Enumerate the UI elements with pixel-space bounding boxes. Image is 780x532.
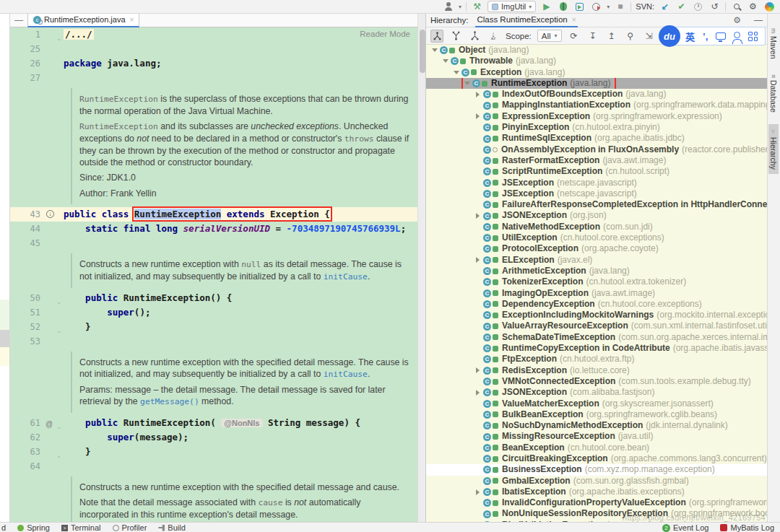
code-line-25[interactable]: 25 <box>10 42 417 56</box>
hierarchy-tab-close-icon[interactable]: × <box>572 16 576 24</box>
svn-update-icon[interactable]: ↙ <box>659 1 671 12</box>
code-line-26[interactable]: 26package java.lang; <box>10 56 417 71</box>
tree-row-pinyinexception[interactable]: CPinyinException(cn.hutool.extra.pinyin) <box>426 122 767 133</box>
tree-expand-icon[interactable] <box>452 71 460 74</box>
profiler-icon[interactable] <box>590 1 602 12</box>
tree-expand-icon[interactable] <box>474 257 482 263</box>
javadoc-link[interactable]: getMessage() <box>140 397 199 406</box>
collapse-all-icon[interactable]: ↥ <box>605 30 618 43</box>
tree-row-jsexception[interactable]: CJSException(netscape.javascript) <box>426 178 767 188</box>
tree-row-tokenizerexception[interactable]: CTokenizerException(cn.hutool.extra.toke… <box>426 276 767 287</box>
tree-row-scriptruntimeexception[interactable]: CScriptRuntimeException(cn.hutool.script… <box>426 166 767 177</box>
tree-row-missingresourceexception[interactable]: CMissingResourceException(java.util) <box>426 431 767 442</box>
tree-row-gmbalexception[interactable]: CGmbalException(com.sun.org.glassfish.gm… <box>426 476 767 487</box>
build-hammer-icon[interactable]: ⚒ <box>471 1 483 12</box>
code-line-63[interactable]: 63⌄ } <box>10 445 417 459</box>
tree-row-valuematcherexception[interactable]: CValueMatcherException(org.skyscreamer.j… <box>426 398 767 409</box>
code-line-51[interactable]: 51 super(); <box>10 305 417 320</box>
tree-row-bulkbeanexception[interactable]: CBulkBeanException(org.springframework.c… <box>426 409 767 420</box>
tree-row-schemadatetimeexception[interactable]: CSchemaDateTimeException(com.sun.org.apa… <box>426 332 767 343</box>
tree-row-protocolexception[interactable]: CProtocolException(org.apache.coyote) <box>426 243 767 254</box>
stripe-maven-button[interactable]: m Maven <box>768 24 779 63</box>
baidu-du-logo[interactable]: du <box>659 25 680 47</box>
code-line-61[interactable]: 61@⌄ public RuntimeException( @NonNls St… <box>10 416 417 430</box>
editor-scrollbar-thumb[interactable] <box>420 30 425 73</box>
tree-row-nativemethodexception[interactable]: CNativeMethodException(com.sun.jdi) <box>426 222 767 232</box>
tree-row-expressionexception[interactable]: CExpressionException(org.springframework… <box>426 111 767 122</box>
code-line-50[interactable]: 50⌄ public RuntimeException() { <box>10 291 417 305</box>
hierarchy-tree[interactable]: CObject(java.lang)CThrowable(java.lang)C… <box>426 45 767 522</box>
reader-mode-label[interactable]: Reader Mode <box>360 30 410 38</box>
code-line-43[interactable]: 43↓public class RuntimeException extends… <box>10 207 417 222</box>
tree-row-exceptionincludingmockitowarnings[interactable]: CExceptionIncludingMockitoWarnings(org.m… <box>426 310 767 320</box>
code-line-45[interactable]: 45 <box>10 236 417 250</box>
expand-all-icon[interactable]: ↧ <box>586 30 599 43</box>
user-dropdown-icon[interactable] <box>442 1 454 12</box>
tree-expand-icon[interactable] <box>441 59 449 63</box>
tree-row-businessexception[interactable]: CBusinessException(com.xyz.mop.manage.ex… <box>426 464 767 475</box>
tree-expand-icon[interactable] <box>463 82 471 85</box>
tree-row-redisexception[interactable]: CRedisException(io.lettuce.core) <box>426 365 767 376</box>
hierarchy-gear-icon[interactable]: ⚙ <box>733 15 741 25</box>
tree-expand-icon[interactable] <box>474 213 482 219</box>
tree-row-exception[interactable]: CException(java.lang) <box>426 67 767 78</box>
code-line-62[interactable]: 62 super(message); <box>10 430 417 445</box>
tab-close-icon[interactable]: × <box>130 16 134 24</box>
code-line-53[interactable]: 53 <box>10 334 417 349</box>
tree-row-runtimecopyexception-in-codeattribute[interactable]: CRuntimeCopyException in CodeAttribute(o… <box>426 343 767 354</box>
tree-row-runtimesqlexception[interactable]: CRuntimeSqlException(org.apache.ibatis.j… <box>426 133 767 144</box>
tree-row-rasterformatexception[interactable]: CRasterFormatException(java.awt.image) <box>426 155 767 166</box>
class-hierarchy-icon[interactable] <box>430 30 443 43</box>
svn-commit-icon[interactable]: ✔ <box>675 1 688 12</box>
ime-language-toggle[interactable]: 英 <box>685 30 695 43</box>
javadoc-link[interactable]: initCause <box>324 370 368 379</box>
tree-expand-icon[interactable] <box>474 113 482 119</box>
tree-expand-icon[interactable] <box>430 48 438 52</box>
tree-expand-icon[interactable] <box>474 390 482 396</box>
tree-row-throwable[interactable]: CThrowable(java.lang) <box>426 56 767 66</box>
statusbar-d-button[interactable]: d <box>1 523 6 532</box>
tree-row-object[interactable]: CObject(java.lang) <box>426 45 767 56</box>
code-line-64[interactable]: 64 <box>10 459 417 474</box>
subtypes-hierarchy-icon[interactable] <box>468 30 481 43</box>
tree-row-ftpexception[interactable]: CFtpException(cn.hutool.extra.ftp) <box>426 354 767 365</box>
hide-tabs-icon[interactable]: — <box>10 15 27 25</box>
sort-alphabetically-icon[interactable]: ↓az <box>487 30 500 43</box>
tree-expand-icon[interactable] <box>474 92 482 97</box>
tree-row-indexoutofboundsexception[interactable]: CIndexOutOfBoundsException(java.lang) <box>426 89 767 100</box>
supertypes-hierarchy-icon[interactable] <box>449 30 462 43</box>
run-icon[interactable]: ▶ <box>540 1 552 12</box>
coverage-icon[interactable] <box>573 1 586 12</box>
export-icon[interactable]: ⇲ <box>643 30 656 43</box>
tree-expand-icon[interactable] <box>474 367 482 373</box>
tree-row-invalidconfigurationpropertyvalueexception[interactable]: CInvalidConfigurationPropertyValueExcept… <box>426 497 767 508</box>
editor-scrollbar[interactable] <box>417 14 426 522</box>
settings-gear-icon[interactable]: ⚙ <box>747 1 759 12</box>
search-icon[interactable] <box>730 1 742 12</box>
javadoc-link[interactable]: initCause <box>324 272 368 282</box>
ime-punctuation-toggle[interactable]: ’, <box>703 31 708 42</box>
tree-row-runtimeexception[interactable]: CRuntimeException(java.lang) <box>426 78 767 89</box>
statusbar-spring-button[interactable]: Spring <box>17 523 50 532</box>
rollback-icon[interactable]: ↺ <box>708 1 721 12</box>
tree-row-nosuchdynamicmethodexception[interactable]: CNoSuchDynamicMethodException(jdk.intern… <box>426 420 767 431</box>
tree-row-circuitbreakingexception[interactable]: CCircuitBreakingException(org.apache.com… <box>426 453 767 464</box>
code-line-27[interactable]: 27 <box>10 71 417 85</box>
hierarchy-minimize-icon[interactable]: — <box>754 15 763 25</box>
debug-icon[interactable] <box>557 1 569 12</box>
statusbar-terminal-button[interactable]: >Terminal <box>61 523 101 532</box>
tree-row-jsonexception[interactable]: CJSONException(org.json) <box>426 210 767 221</box>
ime-menu-grid-icon[interactable] <box>748 32 758 41</box>
tree-expand-icon[interactable] <box>474 489 482 495</box>
stripe-database-button[interactable]: ≡ Database <box>768 70 779 117</box>
tree-row-ibatisexception[interactable]: CIbatisException(org.apache.ibatis.excep… <box>426 487 767 497</box>
tree-row-failureafterresponsecompletedexception-in-httphandlerconnector[interactable]: CFailureAfterResponseCompletedException … <box>426 199 767 210</box>
ime-account-icon[interactable] <box>734 32 740 38</box>
hierarchy-tab[interactable]: Class RuntimeException × <box>475 14 577 27</box>
pin-icon[interactable]: ⚲ <box>624 30 637 43</box>
tree-row-imagingopexception[interactable]: CImagingOpException(java.awt.image) <box>426 288 767 299</box>
tree-row-dependencyexception[interactable]: CDependencyException(cn.hutool.core.exce… <box>426 299 767 310</box>
code-line-1[interactable]: 1⌄/.../ <box>10 27 417 42</box>
code-editor[interactable]: Reader Mode 1⌄/.../2526package java.lang… <box>10 27 417 522</box>
mybatis-log-button[interactable]: MyBatis Log <box>720 523 774 532</box>
